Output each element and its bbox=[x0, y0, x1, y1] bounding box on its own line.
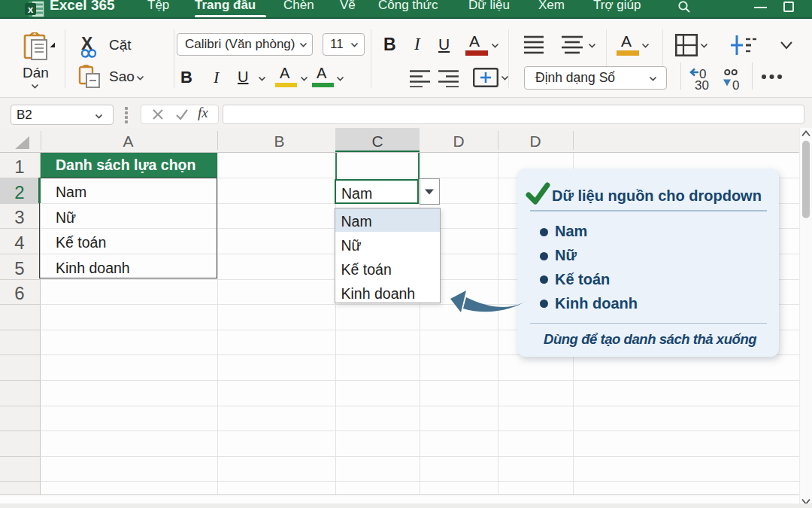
svg-text:0: 0 bbox=[732, 78, 739, 90]
svg-text:x: x bbox=[28, 4, 34, 15]
svg-text:30: 30 bbox=[695, 78, 709, 90]
